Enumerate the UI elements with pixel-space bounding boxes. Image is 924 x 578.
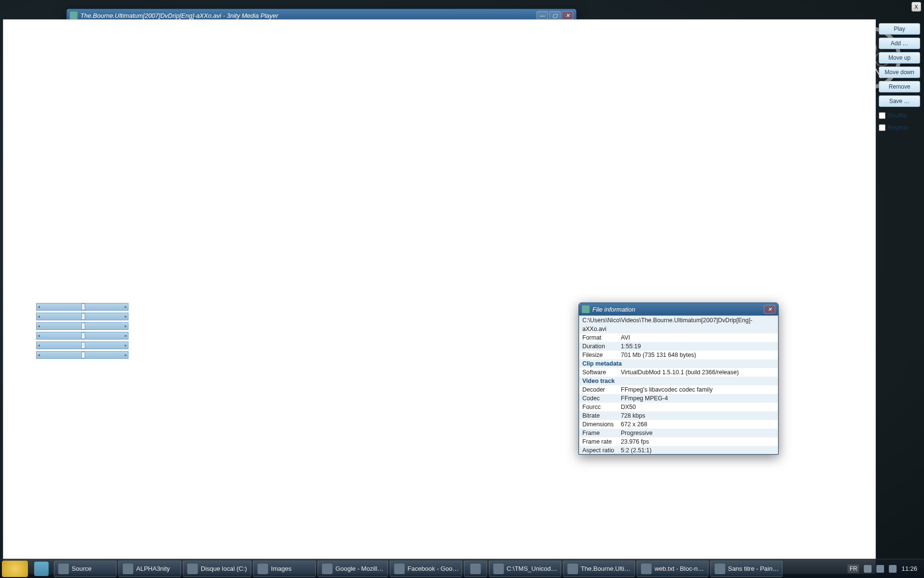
playlist-add-button[interactable]: Add … [879, 38, 920, 49]
info-key: Bitrate [582, 411, 621, 420]
taskbar-button[interactable]: Google - Mozill… [318, 561, 388, 577]
quick-launch-icon [34, 562, 49, 576]
taskbar-button-label: Google - Mozill… [335, 565, 384, 572]
file-info-window: File information ✕ C:\Users\Nico\Videos\… [578, 302, 779, 455]
info-key: Format [582, 333, 621, 342]
taskbar-app-icon [123, 564, 133, 574]
adjust-slider[interactable]: ◂▸ [36, 342, 128, 349]
taskbar-app-icon [470, 564, 481, 574]
playlist-body[interactable] [3, 19, 876, 574]
info-value: AVI [621, 333, 630, 342]
playlist-repeat-check[interactable]: Repeat [879, 124, 920, 131]
taskbar-button[interactable]: Disque local (C:) [183, 561, 251, 577]
info-row: CodecFFmpeg MPEG-4 [579, 394, 778, 403]
taskbar-button[interactable]: ALPHA3nity [118, 561, 181, 577]
player-app-icon [70, 12, 77, 19]
info-value: 728 kbps [621, 411, 645, 420]
info-value: DX50 [621, 403, 636, 411]
info-value: VirtualDubMod 1.5.10.1 (build 2366/relea… [621, 368, 739, 377]
adjust-slider[interactable]: ◂▸ [36, 351, 128, 359]
adjust-slider[interactable]: ◂▸ [36, 322, 128, 330]
taskbar-app-icon [394, 564, 405, 574]
info-key: Frame rate [582, 437, 621, 446]
taskbar-button[interactable]: The.Bourne.Ulti… [563, 561, 635, 577]
tray-clock[interactable]: 11:26 [901, 565, 917, 572]
taskbar-button-label: Images [271, 565, 292, 572]
playlist-save-button[interactable]: Save … [879, 95, 920, 107]
info-section-header: Clip metadata [579, 359, 778, 368]
info-row: Duration1:55:19 [579, 342, 778, 351]
adjust-slider[interactable]: ◂▸ [36, 313, 128, 320]
taskbar-app-icon [715, 564, 725, 574]
playlist-movedown-button[interactable]: Move down [879, 66, 920, 78]
info-row: DecoderFFmpeg's libavcodec codec family [579, 385, 778, 394]
taskbar-app-icon [493, 564, 504, 574]
taskbar-button-label: Facebook - Goo… [408, 565, 459, 572]
info-key: Fourcc [582, 403, 621, 411]
info-row: Bitrate728 kbps [579, 411, 778, 420]
playlist-remove-button[interactable]: Remove [879, 81, 920, 92]
info-key: Codec [582, 394, 621, 403]
info-row: FourccDX50 [579, 403, 778, 411]
taskbar-app-icon [187, 564, 198, 574]
info-value: Progressive [621, 429, 653, 437]
info-row: Frame rate23.976 fps [579, 437, 778, 446]
adjust-slider[interactable]: ◂▸ [36, 303, 128, 311]
playlist-moveup-button[interactable]: Move up [879, 52, 920, 64]
playlist-shuffle-check[interactable]: Shuffle [879, 112, 920, 119]
info-section-header: Video track [579, 377, 778, 385]
info-value: 5:2 (2.51:1) [621, 446, 652, 454]
info-row: FormatAVI [579, 333, 778, 342]
taskbar-button[interactable] [464, 561, 487, 577]
quick-launch[interactable] [30, 557, 53, 578]
info-key: Aspect ratio [582, 446, 621, 454]
maximize-button[interactable]: ▢ [549, 11, 561, 20]
info-value: 672 x 268 [621, 420, 647, 429]
playlist-side-buttons: Play Add … Move up Move down Remove Save… [879, 23, 920, 131]
taskbar-button-label: Source [72, 565, 91, 572]
info-value: 1:55:19 [621, 342, 641, 351]
info-row: Aspect ratio5:2 (2.51:1) [579, 446, 778, 454]
taskbar-button-label: The.Bourne.Ulti… [581, 565, 630, 572]
info-key: Duration [582, 342, 621, 351]
taskbar-app-icon [58, 564, 69, 574]
taskbar-button[interactable]: Images [253, 561, 316, 577]
playlist-play-button[interactable]: Play [879, 23, 920, 35]
info-body[interactable]: C:\Users\Nico\Videos\The.Bourne.Ultimatu… [579, 315, 778, 454]
info-value: 23.976 fps [621, 437, 649, 446]
info-row: FrameProgressive [579, 429, 778, 437]
info-row: SoftwareVirtualDubMod 1.5.10.1 (build 23… [579, 368, 778, 377]
taskbar-button[interactable]: Facebook - Goo… [390, 561, 462, 577]
info-titlebar[interactable]: File information ✕ [579, 303, 778, 315]
repeat-checkbox[interactable] [879, 124, 886, 131]
taskbar-button[interactable]: C:\TMS_Unicod… [489, 561, 561, 577]
taskbar: SourceALPHA3nityDisque local (C:)ImagesG… [0, 559, 924, 578]
taskbar-button-label: Disque local (C:) [201, 565, 247, 572]
info-key: Dimensions [582, 420, 621, 429]
taskbar-app-icon [257, 564, 268, 574]
taskbar-button[interactable]: web.txt - Bloc-n… [637, 561, 708, 577]
info-key: Decoder [582, 385, 621, 394]
start-button[interactable] [2, 561, 28, 577]
taskbar-app-icon [322, 564, 333, 574]
playlist-close-button[interactable]: X [911, 2, 921, 12]
minimize-button[interactable]: — [537, 11, 548, 20]
taskbar-button[interactable]: Source [54, 561, 116, 577]
taskbar-button-label: Sans titre - Pain… [728, 565, 779, 572]
info-key: Frame [582, 429, 621, 437]
language-indicator[interactable]: FR [847, 565, 859, 573]
info-row: Filesize701 Mb (735 131 648 bytes) [579, 351, 778, 359]
info-value: 701 Mb (735 131 648 bytes) [621, 351, 696, 359]
taskbar-button-label: web.txt - Bloc-n… [654, 565, 704, 572]
tray-volume-icon[interactable] [889, 565, 897, 573]
close-button[interactable]: ✕ [562, 11, 573, 20]
info-icon [582, 305, 590, 313]
adjust-slider[interactable]: ◂▸ [36, 332, 128, 340]
tray-flag-icon[interactable] [864, 565, 872, 573]
taskbar-button[interactable]: Sans titre - Pain… [710, 561, 783, 577]
info-close-button[interactable]: ✕ [764, 305, 775, 314]
info-value: FFmpeg's libavcodec codec family [621, 385, 713, 394]
shuffle-checkbox[interactable] [879, 112, 886, 119]
info-title: File information [592, 306, 635, 313]
tray-network-icon[interactable] [876, 565, 884, 573]
